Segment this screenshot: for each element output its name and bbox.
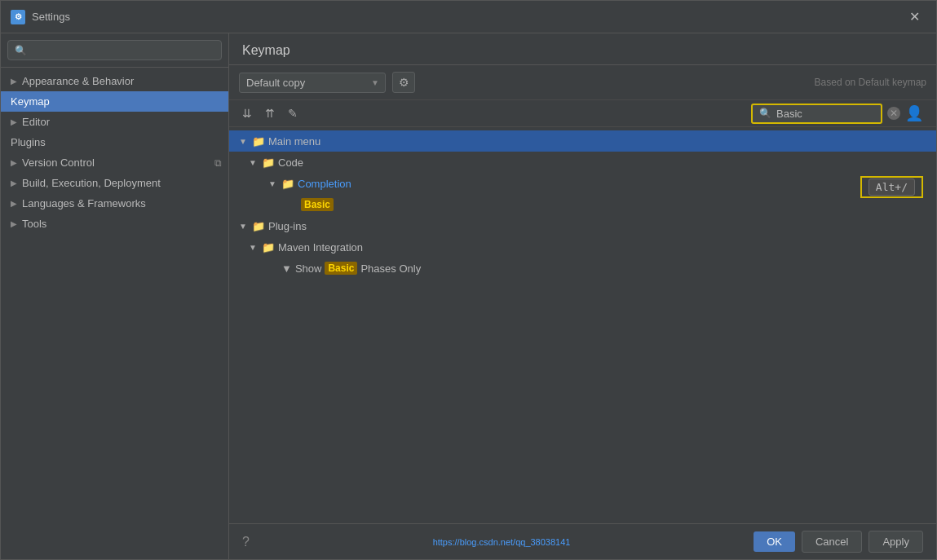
chevron-down-icon: ▼ bbox=[268, 179, 278, 188]
keymap-select-wrapper: Default copy ▼ bbox=[239, 73, 386, 93]
sidebar-item-appearance[interactable]: ▶ Appearance & Behavior bbox=[1, 71, 228, 91]
filter-toolbar: ⇊ ⇈ ✎ 🔍 ✕ 👤 bbox=[229, 100, 936, 127]
tree-label: Plug-ins bbox=[268, 220, 307, 232]
shortcut-area: Alt+/ bbox=[860, 176, 923, 198]
sidebar-item-build[interactable]: ▶ Build, Execution, Deployment bbox=[1, 173, 228, 193]
chevron-icon: ▶ bbox=[11, 158, 17, 167]
ok-button[interactable]: OK bbox=[754, 531, 795, 552]
chevron-icon: ▶ bbox=[11, 77, 17, 86]
sidebar-item-label: Plugins bbox=[11, 136, 46, 148]
app-icon: ⚙ bbox=[11, 10, 25, 24]
tree-label-completion: Completion bbox=[298, 178, 351, 190]
tree-label: Show bbox=[295, 262, 322, 275]
chevron-down-icon: ▼ bbox=[249, 158, 259, 167]
chevron-down-icon: ▼ bbox=[239, 222, 249, 231]
sidebar: 🔍 ▶ Appearance & Behavior Keymap ▶ Edito… bbox=[1, 33, 229, 559]
tree-item-code[interactable]: ▼ 📁 Code bbox=[229, 152, 936, 173]
clear-search-button[interactable]: ✕ bbox=[887, 107, 900, 120]
tree-item-main-menu[interactable]: ▼ 📁 Main menu bbox=[229, 130, 936, 152]
footer-link[interactable]: https://blog.csdn.net/qq_38038141 bbox=[433, 537, 571, 547]
tree-label-suffix: Phases Only bbox=[360, 262, 421, 275]
gear-button[interactable]: ⚙ bbox=[392, 72, 415, 93]
tree-label: Code bbox=[278, 157, 303, 169]
content-panel: Keymap Default copy ▼ ⚙ Based on Default… bbox=[229, 33, 936, 559]
keymap-toolbar: Default copy ▼ ⚙ Based on Default keymap bbox=[229, 65, 936, 100]
search-highlighted-area: 🔍 ✕ 👤 bbox=[751, 104, 923, 124]
tree-item-basic[interactable]: ▼ Basic bbox=[229, 194, 936, 215]
folder-icon: 📁 bbox=[262, 157, 275, 169]
chevron-down-icon: ▼ bbox=[249, 243, 259, 252]
highlight-badge: Basic bbox=[301, 198, 334, 211]
search-magnifier-icon: 🔍 bbox=[759, 108, 771, 119]
window-title: Settings bbox=[32, 11, 903, 23]
help-button[interactable]: ? bbox=[242, 535, 250, 549]
folder-icon: 📁 bbox=[252, 135, 265, 148]
chevron-down-icon: ▼ bbox=[239, 137, 249, 146]
expand-all-button[interactable]: ⇈ bbox=[262, 105, 278, 121]
sidebar-item-label: Languages & Frameworks bbox=[22, 197, 146, 209]
copy-icon: ⧉ bbox=[214, 157, 222, 169]
tree-item-show-basic[interactable]: ▼ ▼ Show Basic Phases Only bbox=[229, 258, 936, 279]
tree-label: Main menu bbox=[268, 135, 320, 148]
chevron-icon: ▶ bbox=[11, 179, 17, 187]
tree-item-plugins[interactable]: ▼ 📁 Plug-ins bbox=[229, 215, 936, 236]
tree-item-completion[interactable]: ▼ 📁 Completion bbox=[229, 173, 936, 194]
sidebar-item-label: Appearance & Behavior bbox=[22, 75, 134, 87]
cancel-button[interactable]: Cancel bbox=[802, 531, 862, 553]
sidebar-item-label: Build, Execution, Deployment bbox=[22, 177, 161, 189]
chevron-icon: ▶ bbox=[11, 117, 17, 126]
keymap-tree: ▼ 📁 Main menu ▼ 📁 Code ▼ 📁 Completion bbox=[229, 127, 936, 523]
chevron-icon: ▶ bbox=[11, 219, 17, 228]
sidebar-item-label: Editor bbox=[22, 116, 50, 128]
keymap-select[interactable]: Default copy bbox=[239, 73, 386, 93]
sidebar-item-plugins[interactable]: Plugins bbox=[1, 132, 228, 152]
sidebar-search-wrapper: 🔍 bbox=[7, 40, 222, 60]
sidebar-search-box: 🔍 bbox=[1, 33, 228, 68]
folder-icon: 📁 bbox=[252, 220, 265, 232]
chevron-icon: ▶ bbox=[11, 199, 17, 208]
main-layout: 🔍 ▶ Appearance & Behavior Keymap ▶ Edito… bbox=[1, 33, 936, 559]
close-button[interactable]: ✕ bbox=[903, 6, 926, 28]
sidebar-nav: ▶ Appearance & Behavior Keymap ▶ Editor … bbox=[1, 68, 228, 559]
sidebar-item-editor[interactable]: ▶ Editor bbox=[1, 112, 228, 132]
settings-window: ⚙ Settings ✕ 🔍 ▶ Appearance & Behavior K… bbox=[0, 0, 937, 560]
sidebar-item-label: Tools bbox=[22, 218, 46, 230]
edit-shortcut-button[interactable]: ✎ bbox=[285, 105, 301, 121]
sidebar-item-keymap[interactable]: Keymap bbox=[1, 91, 228, 112]
content-title: Keymap bbox=[242, 43, 290, 57]
keymap-search-wrapper: 🔍 bbox=[751, 104, 882, 124]
search-icon: 🔍 bbox=[15, 45, 27, 56]
folder-icon: 📁 bbox=[262, 241, 275, 254]
keymap-search-input[interactable] bbox=[776, 108, 874, 120]
sidebar-search-input[interactable] bbox=[32, 44, 214, 56]
sidebar-item-version-control[interactable]: ▶ Version Control ⧉ bbox=[1, 152, 228, 173]
sidebar-item-label: Keymap bbox=[11, 95, 50, 108]
highlight-badge-basic: Basic bbox=[325, 262, 357, 275]
sidebar-item-tools[interactable]: ▶ Tools bbox=[1, 214, 228, 234]
user-icon[interactable]: 👤 bbox=[905, 104, 923, 122]
based-on-label: Based on Default keymap bbox=[422, 77, 926, 88]
sidebar-item-languages[interactable]: ▶ Languages & Frameworks bbox=[1, 193, 228, 214]
collapse-all-button[interactable]: ⇊ bbox=[239, 105, 255, 121]
content-header: Keymap bbox=[229, 33, 936, 65]
filter-icon: ▼ bbox=[281, 262, 292, 275]
folder-icon: 📁 bbox=[281, 178, 294, 190]
tree-item-maven-integration[interactable]: ▼ 📁 Maven Integration bbox=[229, 236, 936, 258]
sidebar-item-label: Version Control bbox=[22, 157, 95, 169]
titlebar: ⚙ Settings ✕ bbox=[1, 1, 936, 33]
shortcut-badge: Alt+/ bbox=[868, 179, 915, 196]
tree-label: Maven Integration bbox=[278, 241, 363, 254]
footer: ? https://blog.csdn.net/qq_38038141 OK C… bbox=[229, 523, 936, 559]
apply-button[interactable]: Apply bbox=[868, 531, 923, 553]
